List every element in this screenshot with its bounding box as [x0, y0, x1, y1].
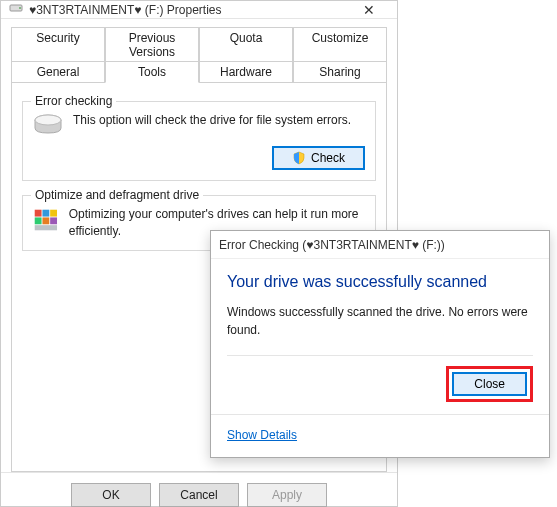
properties-titlebar: ♥3NT3RTAINMENT♥ (F:) Properties ✕: [1, 1, 397, 19]
bottom-button-row: OK Cancel Apply: [1, 472, 397, 507]
svg-rect-9: [50, 217, 57, 224]
error-dialog-heading: Your drive was successfully scanned: [227, 273, 533, 291]
svg-rect-7: [35, 217, 42, 224]
svg-rect-8: [42, 217, 49, 224]
svg-point-1: [19, 7, 21, 9]
svg-rect-4: [35, 210, 42, 217]
hard-drive-icon: [33, 112, 63, 138]
error-checking-group: Error checking This option will check th…: [22, 101, 376, 181]
apply-button: Apply: [247, 483, 327, 507]
tab-row-2: General Tools Hardware Sharing: [11, 61, 387, 83]
ok-button[interactable]: OK: [71, 483, 151, 507]
close-button[interactable]: Close: [452, 372, 527, 396]
tab-sharing[interactable]: Sharing: [293, 61, 387, 83]
tab-security[interactable]: Security: [11, 27, 105, 62]
tab-customize[interactable]: Customize: [293, 27, 387, 62]
tab-tools[interactable]: Tools: [105, 61, 199, 83]
shield-icon: [292, 151, 306, 165]
error-checking-text: This option will check the drive for fil…: [73, 112, 351, 129]
tab-general[interactable]: General: [11, 61, 105, 83]
cancel-button[interactable]: Cancel: [159, 483, 239, 507]
error-dialog-title: Error Checking (♥3NT3RTAINMENT♥ (F:)): [211, 231, 549, 259]
error-dialog-message: Windows successfully scanned the drive. …: [227, 303, 533, 339]
svg-rect-10: [35, 225, 57, 230]
svg-rect-5: [42, 210, 49, 217]
show-details-row: Show Details: [211, 414, 549, 457]
show-details-link[interactable]: Show Details: [227, 428, 297, 442]
close-button-highlight: Close: [446, 366, 533, 402]
properties-title: ♥3NT3RTAINMENT♥ (F:) Properties: [29, 3, 349, 17]
tab-row-1: Security Previous Versions Quota Customi…: [11, 27, 387, 61]
check-button[interactable]: Check: [272, 146, 365, 170]
optimize-title: Optimize and defragment drive: [31, 188, 203, 202]
error-checking-dialog: Error Checking (♥3NT3RTAINMENT♥ (F:)) Yo…: [210, 230, 550, 458]
window-close-icon[interactable]: ✕: [349, 2, 389, 18]
svg-point-3: [35, 115, 61, 125]
check-button-label: Check: [311, 151, 345, 165]
svg-rect-6: [50, 210, 57, 217]
error-checking-title: Error checking: [31, 94, 116, 108]
tab-quota[interactable]: Quota: [199, 27, 293, 62]
defrag-icon: [33, 206, 59, 234]
tab-previous-versions[interactable]: Previous Versions: [105, 27, 199, 62]
tab-hardware[interactable]: Hardware: [199, 61, 293, 83]
drive-icon: [9, 1, 23, 18]
